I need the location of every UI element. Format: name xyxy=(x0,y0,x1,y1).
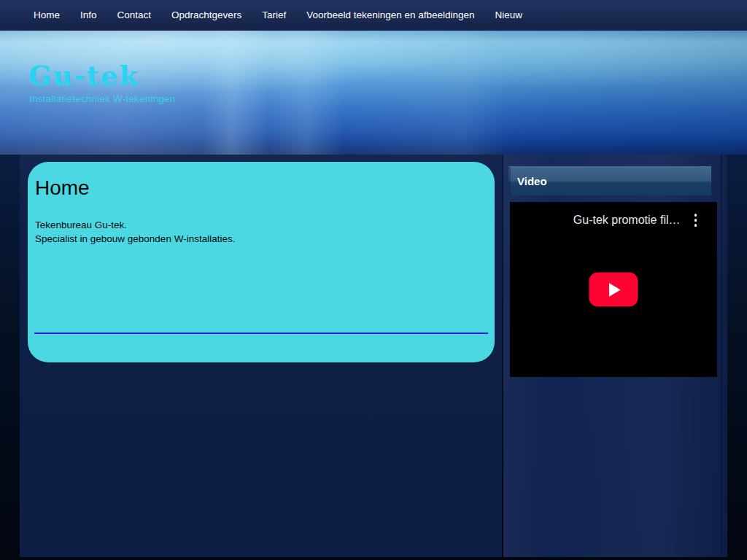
home-card: Home Tekenbureau Gu-tek. Specialist in g… xyxy=(28,162,495,362)
more-options-icon[interactable] xyxy=(693,212,699,228)
nav-item-contact[interactable]: Contact xyxy=(107,0,162,31)
dot xyxy=(694,219,697,222)
youtube-video-title[interactable]: Gu-tek promotie fil… xyxy=(573,214,681,227)
sidebar: Video Gu-tek promotie fil… xyxy=(503,155,727,557)
site-logo: Gu-tek xyxy=(28,63,139,90)
main-content-panel: Home Tekenbureau Gu-tek. Specialist in g… xyxy=(20,155,502,557)
nav-item-tarief[interactable]: Tarief xyxy=(252,0,296,31)
nav-item-voorbeeld-tekeningen[interactable]: Voorbeeld tekeningen en afbeeldingen xyxy=(296,0,484,31)
dot xyxy=(694,224,697,227)
card-divider xyxy=(34,332,488,334)
youtube-title-bar: Gu-tek promotie fil… xyxy=(510,202,717,228)
youtube-embed[interactable]: Gu-tek promotie fil… xyxy=(510,202,717,377)
nav-item-info[interactable]: Info xyxy=(70,0,107,31)
video-section-title: Video xyxy=(508,175,547,187)
site-tagline: Installatietechniek W-tekeningen xyxy=(29,93,176,104)
top-navigation: Home Info Contact Opdrachtgevers Tarief … xyxy=(0,0,747,31)
underwater-banner: Gu-tek Installatietechniek W-tekeningen xyxy=(0,31,747,155)
intro-line-1: Tekenbureau Gu-tek. xyxy=(35,218,495,232)
video-section-header: Video xyxy=(508,166,711,195)
nav-item-nieuw[interactable]: Nieuw xyxy=(485,0,533,31)
intro-line-2: Specialist in gebouw gebonden W-installa… xyxy=(35,232,495,246)
youtube-play-button[interactable] xyxy=(589,273,638,307)
play-icon xyxy=(605,281,622,298)
page: Home Info Contact Opdrachtgevers Tarief … xyxy=(0,0,747,560)
page-title: Home xyxy=(35,176,495,200)
nav-item-home[interactable]: Home xyxy=(23,0,70,31)
dot xyxy=(694,214,697,217)
nav-item-opdrachtgevers[interactable]: Opdrachtgevers xyxy=(161,0,252,31)
